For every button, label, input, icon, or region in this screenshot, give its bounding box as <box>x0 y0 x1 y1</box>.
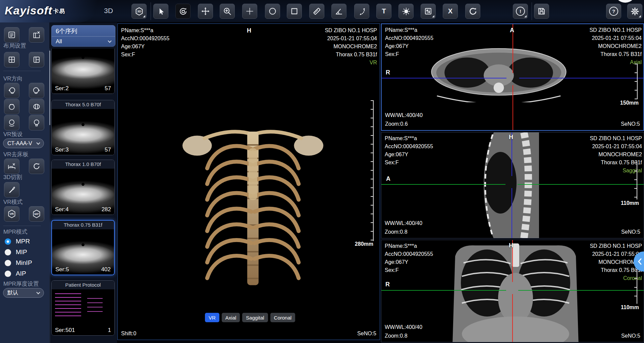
window-level-button[interactable] <box>398 4 414 19</box>
toolbar-divider <box>532 2 532 20</box>
coronal-viewport[interactable]: H R PName:S***a AccNO:0004920555 Age:067… <box>381 240 644 342</box>
mpr-mode-radio-mip[interactable]: MIP <box>5 248 27 256</box>
crosshair-horizontal-left[interactable] <box>381 184 505 185</box>
pan-tool-button[interactable] <box>198 4 213 19</box>
crosshair-horizontal-right[interactable] <box>518 290 644 291</box>
layout-close-button[interactable] <box>29 27 44 43</box>
rotate-3d-icon <box>178 7 188 16</box>
axial-view-button[interactable]: Axial <box>222 313 240 322</box>
vr-head-band-button[interactable] <box>29 99 44 114</box>
crosshair-tool-button[interactable] <box>242 4 257 19</box>
3d-cut-scalpel-button[interactable] <box>4 182 19 197</box>
report-button[interactable]: ! <box>513 4 528 19</box>
radio-icon[interactable] <box>5 249 11 255</box>
layout-split-button[interactable] <box>29 52 44 67</box>
save-button[interactable] <box>534 4 549 19</box>
mpr-mode-radio-minip[interactable]: MinIP <box>5 259 32 267</box>
window-level-value: WW/WL:400/40 <box>385 323 422 331</box>
vr-viewport[interactable]: PName:S***a AccNO:0004920555 Age:067Y Se… <box>117 23 380 340</box>
crosshair-horizontal-right[interactable] <box>518 184 644 185</box>
vr-head-front-button[interactable] <box>4 115 19 130</box>
radio-selected-icon[interactable] <box>5 238 11 245</box>
orientation-marker-left: R <box>385 281 390 288</box>
delete-annotations-button[interactable]: X <box>443 4 458 19</box>
vr-head-back-button[interactable] <box>29 115 44 130</box>
radio-icon[interactable] <box>5 271 11 277</box>
help-button[interactable]: ? <box>606 4 621 19</box>
coronal-view-button[interactable]: Coronal <box>270 313 296 322</box>
saggital-view-button[interactable]: Saggital <box>242 313 268 322</box>
mpr-mode-radio-aip[interactable]: AIP <box>5 270 26 277</box>
avatar[interactable] <box>614 0 636 3</box>
cobb-angle-tool-button[interactable] <box>354 4 369 19</box>
series-filter-select[interactable]: All <box>52 36 115 46</box>
crosshair-vertical-bottom[interactable] <box>513 85 513 130</box>
layout-preset-list-button[interactable] <box>4 27 19 43</box>
series-number: Ser:5 <box>55 266 69 273</box>
study-datetime: 2025-01-21 07:55:04 <box>590 142 642 151</box>
axial-viewport[interactable]: A R PName:S***a AccNO:0004920555 Age:067… <box>381 23 644 131</box>
series-title: Thorax 5.0 B70f <box>52 100 114 109</box>
layout-grid-button[interactable] <box>4 52 19 67</box>
ellipse-roi-button[interactable] <box>265 4 280 19</box>
cursor-tool-button[interactable] <box>153 4 168 19</box>
series-title: Thorax 0.75 B31f <box>52 221 114 229</box>
patient-sex: Sex:F <box>385 159 433 167</box>
series-card-ser3[interactable]: Thorax 5.0 B70f Ser:3 57 <box>51 100 115 155</box>
series-count-label: 6个序列 <box>52 25 115 36</box>
crosshair-horizontal-left[interactable] <box>381 290 506 291</box>
reset-view-button[interactable] <box>465 4 480 19</box>
photometric: MONOCHROME2 <box>589 42 642 50</box>
vr-preset-select[interactable]: CT-AAA-V <box>3 138 44 148</box>
mpr-thickness-select[interactable]: 默认 <box>3 288 44 298</box>
bed-removal-reset-button[interactable] <box>29 159 44 174</box>
patient-name: PName:S***a <box>385 134 433 142</box>
series-panel: 6个序列 All Ser:2 57 Thorax 5.0 B70f Ser:3 … <box>49 22 117 343</box>
crosshair-horizontal-right[interactable] <box>519 78 643 78</box>
vr-bed-removal-label: VR去床板 <box>3 151 29 158</box>
series-image-count: 282 <box>102 206 111 213</box>
accession-number: AccNO:0004920555 <box>385 34 433 42</box>
cursor-icon <box>157 7 165 16</box>
3d-view-selector-button[interactable]: 3D <box>131 4 147 19</box>
bed-removal-button[interactable] <box>4 159 19 174</box>
text-annotation-button[interactable]: T <box>376 4 391 19</box>
patient-info-overlay: PName:S***a AccNO:0004920555 Age:067Y Se… <box>121 26 169 59</box>
angle-tool-button[interactable] <box>331 4 346 19</box>
toolbar-divider <box>151 2 151 20</box>
scalpel-icon <box>7 185 16 194</box>
vr-preset-label: VR预设 <box>3 130 23 138</box>
mpr-mode-radio-mpr[interactable]: MPR <box>5 238 30 245</box>
vr-head-right-button[interactable] <box>29 83 44 98</box>
save-floppy-icon <box>537 7 546 16</box>
vr-head-left-button[interactable] <box>4 83 19 98</box>
3d-cut-label: 3D切割 <box>3 173 22 181</box>
settings-button[interactable] <box>627 4 642 19</box>
vr-mode-label: VR模式 <box>3 198 23 206</box>
series-image-count: 57 <box>105 147 111 153</box>
vr-mode-vr-button[interactable]: VR <box>4 206 19 222</box>
series-card-ser5-selected[interactable]: Thorax 0.75 B31f Ser:5 402 <box>51 220 115 275</box>
patient-info-overlay: PName:S***a AccNO:0004920555 Age:067Y Se… <box>385 134 433 167</box>
hospital-name: SD ZIBO NO.1 HOSP <box>589 26 642 34</box>
ruler-tool-button[interactable] <box>309 4 324 19</box>
vr-mode-mip-button[interactable]: MIP <box>29 206 44 222</box>
series-card-ser2[interactable]: Ser:2 57 <box>51 49 115 94</box>
rotate-3d-tool-button[interactable] <box>175 4 191 19</box>
series-card-ser501[interactable]: Patient Protocol Ser:501 1 <box>51 280 115 336</box>
series-card-ser4[interactable]: Thorax 1.0 B70f Ser:4 282 <box>51 160 115 215</box>
vr-head-top-button[interactable] <box>4 99 19 114</box>
orientation-marker-top: H <box>509 134 513 141</box>
sagittal-viewport[interactable]: H A PName:S***a AccNO:0004920555 Age:067… <box>381 132 644 238</box>
vr-direction-label: VR方向 <box>3 75 23 82</box>
adjust-levels-button[interactable] <box>421 4 436 19</box>
rect-roi-button[interactable] <box>287 4 302 19</box>
crosshair-vertical-bottom[interactable] <box>512 188 512 238</box>
brand-name-cn: 卡易 <box>53 8 65 14</box>
crosshair-horizontal-left[interactable] <box>382 78 506 78</box>
vr-view-button[interactable]: VR <box>205 313 219 322</box>
zoom-tool-button[interactable] <box>220 4 235 19</box>
radio-icon[interactable] <box>5 260 11 266</box>
crosshair-vertical-bottom[interactable] <box>512 294 513 342</box>
study-datetime: 2025-01-21 07:55:04 <box>590 250 642 258</box>
